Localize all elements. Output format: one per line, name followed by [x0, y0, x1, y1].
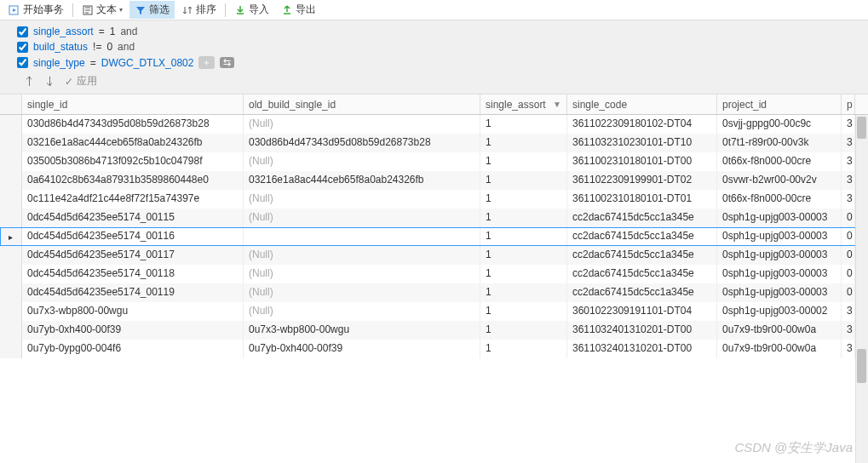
- cell-single-id[interactable]: 03216e1a8ac444ceb65f8a0ab24326fb: [22, 134, 244, 152]
- cell-single-assort[interactable]: 1: [480, 265, 567, 283]
- filter-operator[interactable]: =: [90, 57, 96, 69]
- add-condition-button[interactable]: ＋: [198, 56, 215, 69]
- row-header[interactable]: [0, 227, 22, 246]
- cell-p[interactable]: 3: [842, 171, 855, 190]
- cell-project-id[interactable]: 0sph1g-upjg003-00003: [717, 246, 842, 265]
- col-single-id[interactable]: single_id: [22, 94, 244, 114]
- cell-single-code[interactable]: 3611032401310201-DT00: [567, 321, 717, 340]
- cell-old-build-single-id[interactable]: 03216e1a8ac444ceb65f8a0ab24326fb: [244, 171, 480, 190]
- cell-single-assort[interactable]: 1: [480, 152, 567, 171]
- scroll-thumb[interactable]: [857, 349, 866, 383]
- begin-transaction-button[interactable]: 开始事务: [3, 1, 69, 19]
- cell-p[interactable]: 3: [842, 340, 855, 358]
- table-row[interactable]: 0u7yb-0ypg00-004f60u7yb-0xh400-00f391361…: [0, 340, 868, 358]
- cell-p[interactable]: 3: [842, 190, 855, 209]
- cell-project-id[interactable]: 0u7x9-tb9r00-00w0a: [717, 321, 842, 340]
- cell-old-build-single-id[interactable]: (Null): [244, 190, 480, 209]
- col-single-assort[interactable]: single_assort▼: [480, 94, 567, 114]
- table-row[interactable]: 0dc454d5d64235ee5174_001161cc2dac67415dc…: [0, 227, 868, 246]
- cell-single-assort[interactable]: 1: [480, 302, 567, 321]
- cell-project-id[interactable]: 0sph1g-upjg003-00003: [717, 227, 842, 246]
- cell-single-code[interactable]: 3611032401310201-DT00: [567, 340, 717, 358]
- row-header[interactable]: [0, 321, 22, 340]
- apply-filter-button[interactable]: ✓ 应用: [65, 74, 97, 89]
- cell-p[interactable]: 3: [842, 115, 855, 134]
- row-header[interactable]: [0, 283, 22, 302]
- cell-single-id[interactable]: 0dc454d5d64235ee5174_00116: [22, 227, 244, 246]
- table-row[interactable]: 0dc454d5d64235ee5174_00115(Null)1cc2dac6…: [0, 209, 868, 227]
- cell-single-code[interactable]: 3601022309191101-DT04: [567, 302, 717, 321]
- cell-p[interactable]: 0: [842, 246, 855, 265]
- cell-old-build-single-id[interactable]: (Null): [244, 246, 480, 265]
- cell-single-id[interactable]: 0u7x3-wbp800-00wgu: [22, 302, 244, 321]
- cell-old-build-single-id[interactable]: 0u7x3-wbp800-00wgu: [244, 321, 480, 340]
- cell-single-id[interactable]: 0u7yb-0ypg00-004f6: [22, 340, 244, 358]
- row-header[interactable]: [0, 265, 22, 283]
- cell-single-id[interactable]: 035005b3086b4713f092c5b10c04798f: [22, 152, 244, 171]
- cell-single-assort[interactable]: 1: [480, 246, 567, 265]
- cell-p[interactable]: 0: [842, 227, 855, 246]
- filter-checkbox[interactable]: [17, 26, 28, 37]
- cell-old-build-single-id[interactable]: (Null): [244, 209, 480, 227]
- cell-old-build-single-id[interactable]: (Null): [244, 302, 480, 321]
- table-row[interactable]: 0dc454d5d64235ee5174_00117(Null)1cc2dac6…: [0, 246, 868, 265]
- cell-p[interactable]: 3: [842, 321, 855, 340]
- filter-value[interactable]: 1: [110, 26, 116, 37]
- cell-p[interactable]: 0: [842, 265, 855, 283]
- col-old-build-single-id[interactable]: old_build_single_id: [244, 94, 480, 114]
- row-header[interactable]: [0, 134, 22, 152]
- cell-project-id[interactable]: 0sph1g-upjg003-00003: [717, 265, 842, 283]
- cell-project-id[interactable]: 0t7t1-r89r00-00v3k: [717, 134, 842, 152]
- cell-single-assort[interactable]: 1: [480, 321, 567, 340]
- cell-single-code[interactable]: 3611002310180101-DT00: [567, 152, 717, 171]
- cell-single-id[interactable]: 0dc454d5d64235ee5174_00117: [22, 246, 244, 265]
- cell-single-id[interactable]: 0dc454d5d64235ee5174_00115: [22, 209, 244, 227]
- filter-value[interactable]: 0: [106, 41, 112, 53]
- cell-old-build-single-id[interactable]: (Null): [244, 265, 480, 283]
- cell-old-build-single-id[interactable]: 030d86b4d47343d95d08b59d26873b28: [244, 134, 480, 152]
- cell-single-assort[interactable]: 1: [480, 115, 567, 134]
- cell-p[interactable]: 3: [842, 152, 855, 171]
- cell-single-id[interactable]: 0u7yb-0xh400-00f39: [22, 321, 244, 340]
- cell-project-id[interactable]: 0sph1g-upjg003-00003: [717, 209, 842, 227]
- col-p[interactable]: p: [842, 94, 855, 114]
- cell-single-code[interactable]: cc2dac67415dc5cc1a345e: [567, 246, 717, 265]
- cell-project-id[interactable]: 0sph1g-upjg003-00002: [717, 302, 842, 321]
- row-header[interactable]: [0, 340, 22, 358]
- table-row[interactable]: 0dc454d5d64235ee5174_00118(Null)1cc2dac6…: [0, 265, 868, 283]
- cell-project-id[interactable]: 0svjj-gppg00-00c9c: [717, 115, 842, 134]
- toggle-button[interactable]: ⇆: [220, 57, 234, 68]
- row-header[interactable]: [0, 152, 22, 171]
- filter-field[interactable]: single_assort: [33, 26, 94, 37]
- cell-single-assort[interactable]: 1: [480, 340, 567, 358]
- filter-field[interactable]: single_type: [33, 57, 85, 69]
- scroll-thumb[interactable]: [857, 117, 866, 139]
- cell-single-assort[interactable]: 1: [480, 283, 567, 302]
- filter-field[interactable]: build_status: [33, 41, 88, 53]
- filter-up-button[interactable]: 🡑: [24, 75, 36, 89]
- sort-button[interactable]: 排序: [176, 1, 221, 19]
- cell-project-id[interactable]: 0u7x9-tb9r00-00w0a: [717, 340, 842, 358]
- cell-single-code[interactable]: cc2dac67415dc5cc1a345e: [567, 227, 717, 246]
- cell-single-id[interactable]: 0c111e42a4df21c44e8f72f15a74397e: [22, 190, 244, 209]
- row-header[interactable]: [0, 209, 22, 227]
- cell-old-build-single-id[interactable]: [244, 227, 480, 246]
- filter-button[interactable]: 筛选: [129, 1, 175, 19]
- cell-single-id[interactable]: 0dc454d5d64235ee5174_00118: [22, 265, 244, 283]
- row-header[interactable]: [0, 115, 22, 134]
- cell-p[interactable]: 3: [842, 134, 855, 152]
- table-row[interactable]: 0dc454d5d64235ee5174_00119(Null)1cc2dac6…: [0, 283, 868, 302]
- cell-p[interactable]: 0: [842, 209, 855, 227]
- col-single-code[interactable]: single_code: [567, 94, 717, 114]
- cell-single-code[interactable]: 3611022309199901-DT02: [567, 171, 717, 190]
- filter-value[interactable]: DWGC_DTLX_0802: [101, 57, 194, 69]
- filter-operator[interactable]: =: [99, 26, 105, 37]
- cell-single-assort[interactable]: 1: [480, 227, 567, 246]
- cell-project-id[interactable]: 0t66x-f8n000-00cre: [717, 190, 842, 209]
- cell-project-id[interactable]: 0svwr-b2wr00-00v2v: [717, 171, 842, 190]
- text-button[interactable]: 文本 ▾: [77, 1, 128, 19]
- table-row[interactable]: 0c111e42a4df21c44e8f72f15a74397e(Null)13…: [0, 190, 868, 209]
- table-row[interactable]: 0a64102c8b634a87931b3589860448e003216e1a…: [0, 171, 868, 190]
- cell-single-assort[interactable]: 1: [480, 171, 567, 190]
- cell-old-build-single-id[interactable]: (Null): [244, 152, 480, 171]
